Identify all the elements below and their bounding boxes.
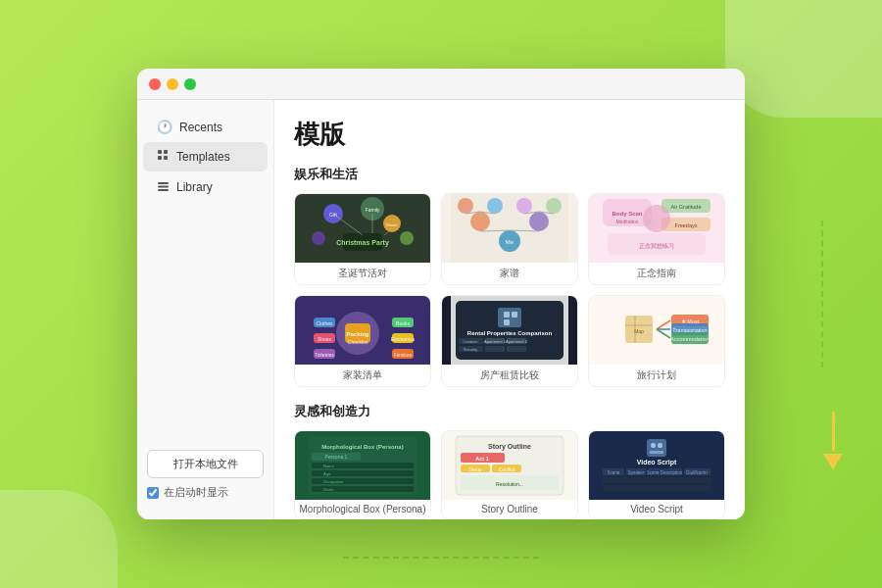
svg-text:Name: Name [323, 464, 334, 468]
template-card-story[interactable]: Story Outline Act 1 Setup Conflict Resol… [441, 430, 578, 519]
svg-rect-6 [158, 189, 169, 191]
svg-text:Scene: Scene [608, 470, 620, 475]
story-label: Story Outline [442, 500, 577, 518]
section-title-creativity: 灵感和创造力 [294, 403, 725, 420]
main-content: 模版 娱乐和生活 Gift Family [274, 100, 745, 519]
svg-text:Body Scan: Body Scan [612, 211, 642, 217]
svg-text:Checklist: Checklist [348, 339, 368, 345]
svg-text:正念冥想练习: 正念冥想练习 [639, 243, 674, 249]
svg-point-24 [470, 212, 490, 231]
svg-text:Speaker: Speaker [628, 470, 645, 475]
recents-icon: 🕐 [157, 120, 172, 134]
svg-text:Persona 1: Persona 1 [325, 454, 348, 460]
template-card-video[interactable]: Video Script Scene Speaker Scene Descrip… [588, 430, 725, 519]
rental-label: 房产租赁比较 [442, 365, 577, 386]
template-card-morpho[interactable]: Morphological Box (Persona) Persona 1 Na… [294, 430, 431, 519]
christmas-label: 圣诞节活对 [295, 263, 430, 284]
svg-text:Story Outline: Story Outline [488, 443, 531, 451]
travel-label: 旅行计划 [589, 365, 724, 386]
template-card-christmas[interactable]: Gift Family Dinner Christmas Party [294, 193, 431, 285]
svg-text:Toiletries: Toiletries [315, 352, 334, 358]
svg-text:Conflict: Conflict [499, 466, 515, 472]
template-grid-creativity: Morphological Box (Persona) Persona 1 Na… [294, 430, 725, 519]
svg-point-27 [487, 198, 503, 214]
svg-text:Occupation: Occupation [323, 479, 343, 484]
template-grid-entertainment: Gift Family Dinner Christmas Party [294, 193, 725, 387]
svg-text:Dinner: Dinner [386, 222, 398, 227]
minimize-button[interactable] [167, 78, 178, 90]
svg-text:Clothes: Clothes [317, 320, 333, 326]
sidebar-item-library[interactable]: Library [143, 172, 268, 202]
templates-icon [157, 149, 170, 165]
svg-rect-134 [603, 485, 710, 491]
svg-text:Air Gratitude: Air Gratitude [671, 204, 702, 210]
library-icon [157, 179, 170, 195]
template-card-packing[interactable]: Packing Checklist Clothes Shoes Books El… [294, 295, 431, 387]
sidebar: 🕐 Recents Templates [137, 100, 274, 519]
svg-rect-2 [158, 156, 162, 160]
svg-rect-0 [158, 150, 162, 154]
svg-rect-5 [158, 186, 169, 188]
bg-decoration-top-right [725, 0, 882, 118]
svg-point-44 [643, 205, 670, 232]
svg-text:Accommodation: Accommodation [670, 336, 709, 342]
template-card-travel[interactable]: Map ★ Must Transportation Accommodatio [588, 295, 725, 387]
svg-rect-69 [504, 319, 510, 325]
sidebar-recents-label: Recents [179, 121, 222, 134]
svg-point-17 [400, 231, 414, 245]
mindfulness-label: 正念指南 [589, 263, 724, 284]
bg-dashed-line-bottom [343, 557, 539, 559]
svg-point-29 [546, 198, 562, 214]
startup-checkbox-container: 在启动时显示 [147, 486, 264, 500]
svg-text:Setup: Setup [468, 466, 481, 472]
startup-checkbox-input[interactable] [147, 487, 159, 499]
template-card-genealogy[interactable]: Me [441, 193, 578, 285]
svg-rect-133 [603, 477, 710, 483]
svg-point-26 [458, 198, 473, 214]
sidebar-templates-label: Templates [176, 150, 230, 164]
svg-text:Scene Description: Scene Description [647, 470, 683, 475]
svg-text:Location: Location [463, 339, 477, 344]
close-button[interactable] [149, 78, 161, 90]
svg-text:Me: Me [506, 239, 514, 245]
svg-text:Furniture: Furniture [394, 353, 413, 358]
svg-text:Resolution...: Resolution... [496, 481, 523, 487]
svg-rect-67 [504, 312, 510, 318]
svg-text:Family: Family [366, 207, 380, 213]
svg-rect-3 [164, 156, 168, 160]
svg-rect-121 [651, 443, 656, 448]
svg-point-28 [516, 198, 532, 214]
svg-rect-4 [158, 182, 169, 184]
svg-rect-123 [650, 451, 663, 454]
svg-rect-80 [507, 346, 526, 352]
sidebar-nav: 🕐 Recents Templates [137, 112, 273, 440]
sidebar-item-templates[interactable]: Templates [143, 142, 268, 172]
maximize-button[interactable] [184, 78, 196, 90]
svg-text:Packing: Packing [346, 331, 368, 337]
template-card-mindfulness[interactable]: Body Scan Meditation Air Gratitude Freed… [588, 193, 725, 285]
svg-text:Morphological Box (Persona): Morphological Box (Persona) [321, 444, 403, 450]
template-card-rental[interactable]: Rental Properties Comparison Location Ap… [441, 295, 578, 387]
sidebar-item-recents[interactable]: 🕐 Recents [143, 113, 268, 141]
section-title-entertainment: 娱乐和生活 [294, 166, 725, 183]
svg-text:Apartment 2: Apartment 2 [506, 339, 528, 344]
svg-text:Rental Properties Comparison: Rental Properties Comparison [467, 330, 553, 336]
svg-text:Video Script: Video Script [637, 459, 677, 466]
bg-arrow-decoration [813, 412, 853, 470]
video-label: Video Script [589, 500, 724, 518]
svg-rect-68 [512, 312, 517, 318]
svg-point-25 [529, 212, 549, 231]
svg-text:Map: Map [634, 328, 644, 334]
page-title: 模版 [294, 118, 725, 152]
open-file-button[interactable]: 打开本地文件 [147, 450, 264, 478]
svg-rect-122 [658, 443, 662, 448]
app-body: 🕐 Recents Templates [137, 100, 745, 519]
morpho-label: Morphological Box (Persona) [295, 500, 430, 518]
sidebar-library-label: Library [176, 180, 213, 194]
svg-text:Dial/Narrtn: Dial/Narrtn [686, 470, 708, 475]
svg-text:Electronics: Electronics [391, 336, 416, 342]
startup-checkbox-label: 在启动时显示 [164, 486, 228, 500]
packing-label: 家装清单 [295, 365, 430, 386]
svg-text:Age: Age [323, 471, 331, 476]
svg-rect-79 [485, 346, 505, 352]
